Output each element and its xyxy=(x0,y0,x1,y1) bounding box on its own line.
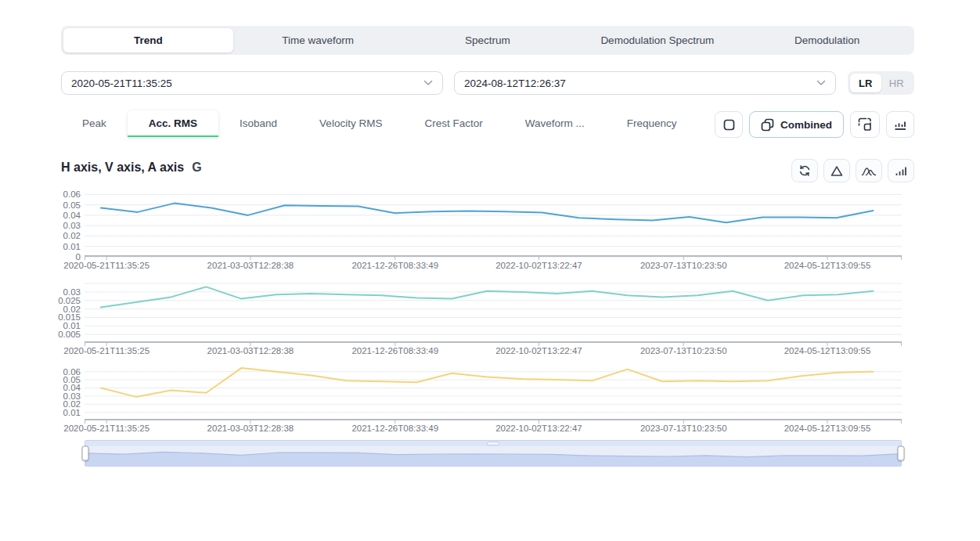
combined-view-button[interactable]: Combined xyxy=(749,111,844,138)
h-axis-y-labels: 0.060.050.040.030.020.010 xyxy=(41,190,81,257)
x-axis-tick-label: 2021-03-03T12:28:38 xyxy=(207,261,294,270)
range-slider-left-handle[interactable] xyxy=(82,446,89,461)
view-tab-bar: Trend Time waveform Spectrum Demodulatio… xyxy=(61,26,914,55)
tab-demodulation-spectrum[interactable]: Demodulation Spectrum xyxy=(572,28,742,52)
h-axis-trend-chart xyxy=(85,190,902,261)
a-axis-y-labels: 0.060.050.040.030.020.01 xyxy=(41,366,81,420)
toggle-hr-button[interactable]: HR xyxy=(881,74,913,92)
x-axis-tick-label: 2021-03-03T12:28:38 xyxy=(207,424,294,433)
x-axis-tick-label: 2024-05-12T13:09:55 xyxy=(784,261,871,270)
split-squares-icon xyxy=(858,117,872,132)
h-axis-x-labels: 2020-05-21T11:35:252021-03-03T12:28:3820… xyxy=(85,261,902,272)
chart-mode-toolbar: Combined xyxy=(715,111,914,138)
y-axis-tick-label: 0.01 xyxy=(63,242,81,251)
start-datetime-value: 2020-05-21T11:35:25 xyxy=(71,78,172,89)
bars-button[interactable] xyxy=(888,159,914,182)
y-axis-tick-label: 0.02 xyxy=(63,231,81,240)
refresh-button[interactable] xyxy=(791,159,818,182)
tab-acc-rms[interactable]: Acc. RMS xyxy=(128,110,218,137)
tab-velocity-rms[interactable]: Velocity RMS xyxy=(298,110,403,137)
tab-time-waveform[interactable]: Time waveform xyxy=(233,28,403,52)
y-axis-tick-label: 0.05 xyxy=(63,200,81,210)
x-axis-tick-label: 2022-10-02T13:22:47 xyxy=(495,346,582,355)
y-axis-tick-label: 0.03 xyxy=(63,221,81,230)
tab-trend[interactable]: Trend xyxy=(63,28,233,52)
y-axis-tick-label: 0.005 xyxy=(58,330,81,339)
range-slider-overview-chart xyxy=(85,446,901,466)
split-view-button[interactable] xyxy=(850,111,880,138)
end-datetime-value: 2024-08-12T12:26:37 xyxy=(464,78,566,89)
resolution-toggle: LR HR xyxy=(848,71,914,95)
chevron-down-icon xyxy=(816,80,826,86)
v-axis-x-labels: 2020-05-21T11:35:252021-03-03T12:28:3820… xyxy=(85,346,902,357)
square-icon xyxy=(723,119,735,131)
toggle-lr-button[interactable]: LR xyxy=(850,74,881,92)
y-axis-tick-label: 0.06 xyxy=(63,189,81,199)
threshold-button[interactable] xyxy=(823,159,850,182)
chevron-down-icon xyxy=(423,80,433,86)
x-axis-tick-label: 2021-12-26T08:33:49 xyxy=(351,261,438,270)
x-axis-tick-label: 2020-05-21T11:35:25 xyxy=(63,424,150,433)
bar-chart-underline-icon xyxy=(894,118,906,131)
tab-demodulation[interactable]: Demodulation xyxy=(742,28,912,52)
range-slider-right-handle[interactable] xyxy=(898,446,905,461)
layers-icon xyxy=(761,118,774,132)
y-axis-tick-label: 0.04 xyxy=(63,211,81,220)
end-datetime-select[interactable]: 2024-08-12T12:26:37 xyxy=(454,71,836,95)
chart-action-toolbar xyxy=(791,159,914,182)
chart-unit-label: G xyxy=(192,160,201,174)
chart-title-text: H axis, V axis, A axis xyxy=(61,160,184,174)
tab-waveform[interactable]: Waveform ... xyxy=(504,110,606,137)
tab-spectrum[interactable]: Spectrum xyxy=(403,28,573,52)
triangle-icon xyxy=(830,165,843,177)
chart-title: H axis, V axis, A axisG xyxy=(61,160,202,175)
x-axis-tick-label: 2021-12-26T08:33:49 xyxy=(351,346,438,355)
single-view-button[interactable] xyxy=(715,111,743,138)
x-axis-tick-label: 2024-05-12T13:09:55 xyxy=(784,424,871,433)
range-slider-move-bar[interactable] xyxy=(85,441,901,446)
tab-crest-factor[interactable]: Crest Factor xyxy=(403,110,503,137)
distribution-button[interactable] xyxy=(856,159,882,182)
metric-tab-bar: Peak Acc. RMS Isoband Velocity RMS Crest… xyxy=(61,110,697,138)
distribution-curves-icon xyxy=(861,165,877,177)
x-axis-tick-label: 2022-10-02T13:22:47 xyxy=(495,424,582,433)
time-range-slider[interactable] xyxy=(85,440,902,467)
x-axis-tick-label: 2021-03-03T12:28:38 xyxy=(207,346,294,355)
y-axis-tick-label: 0.01 xyxy=(63,408,81,417)
x-axis-tick-label: 2020-05-21T11:35:25 xyxy=(63,261,150,270)
x-axis-tick-label: 2023-07-13T10:23:50 xyxy=(640,346,727,355)
x-axis-tick-label: 2022-10-02T13:22:47 xyxy=(495,261,582,270)
x-axis-tick-label: 2023-07-13T10:23:50 xyxy=(640,261,727,270)
x-axis-tick-label: 2021-12-26T08:33:49 xyxy=(351,424,438,433)
x-axis-tick-label: 2024-05-12T13:09:55 xyxy=(784,346,871,355)
x-axis-tick-label: 2020-05-21T11:35:25 xyxy=(63,346,150,355)
combined-button-label: Combined xyxy=(780,119,832,131)
start-datetime-select[interactable]: 2020-05-21T11:35:25 xyxy=(61,71,443,95)
trend-analysis-page: Trend Time waveform Spectrum Demodulatio… xyxy=(0,0,980,541)
a-axis-trend-chart xyxy=(85,366,902,425)
tab-peak[interactable]: Peak xyxy=(61,110,128,137)
signal-bars-icon xyxy=(895,165,907,177)
v-axis-y-labels: 0.030.0250.020.0150.010.005 xyxy=(41,283,81,343)
tab-frequency[interactable]: Frequency xyxy=(606,110,698,137)
v-axis-trend-chart xyxy=(85,283,902,348)
histogram-view-button[interactable] xyxy=(886,111,914,138)
tab-isoband[interactable]: Isoband xyxy=(218,110,298,137)
refresh-icon xyxy=(798,164,811,177)
a-axis-x-labels: 2020-05-21T11:35:252021-03-03T12:28:3820… xyxy=(85,424,902,435)
x-axis-tick-label: 2023-07-13T10:23:50 xyxy=(640,424,727,433)
range-slider-grip[interactable] xyxy=(487,442,499,445)
